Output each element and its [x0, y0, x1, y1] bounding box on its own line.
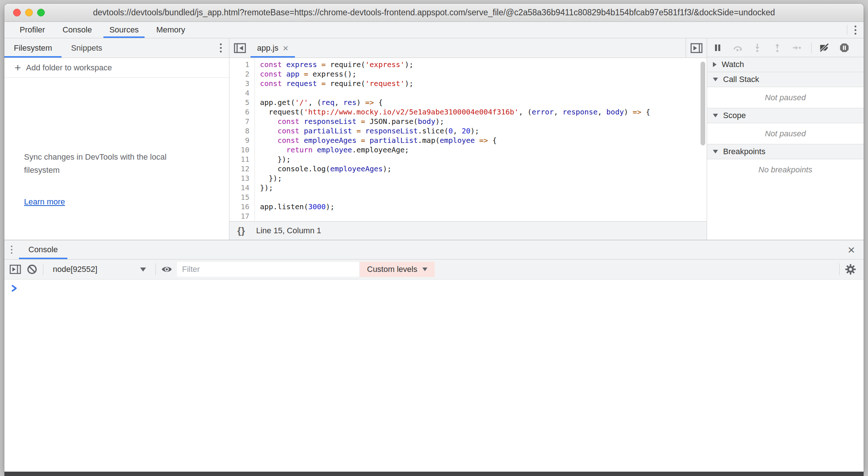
code-line [260, 88, 707, 98]
step-over-button[interactable] [732, 42, 743, 54]
divider [839, 264, 840, 275]
code-line: }); [260, 173, 707, 183]
line-number[interactable]: 17 [229, 211, 249, 221]
chevron-down-icon [140, 268, 146, 272]
live-expression-button[interactable] [161, 264, 173, 275]
line-number[interactable]: 12 [229, 164, 249, 173]
code-content[interactable]: const express = require('express');const… [255, 58, 707, 221]
console-filter-input[interactable] [177, 262, 359, 277]
navigator-tabs: FilesystemSnippets [4, 38, 229, 58]
drawer-tab-console[interactable]: Console [19, 240, 67, 259]
line-number[interactable]: 5 [229, 98, 249, 107]
console-settings-button[interactable] [845, 264, 856, 275]
line-number[interactable]: 14 [229, 183, 249, 192]
code-line: const responseList = JSON.parse(body); [260, 117, 707, 126]
hide-debugger-button[interactable] [686, 38, 707, 58]
step-button[interactable] [792, 42, 802, 54]
learn-more-link[interactable]: Learn more [24, 197, 229, 207]
editor-status-bar: {} Line 15, Column 1 [229, 221, 707, 240]
line-number[interactable]: 11 [229, 155, 249, 164]
divider [155, 264, 156, 275]
pause-on-exceptions-button[interactable] [839, 42, 850, 54]
debugger-sections: WatchCall StackNot pausedScopeNot paused… [707, 57, 864, 180]
line-number[interactable]: 9 [229, 136, 249, 145]
execution-context-selector[interactable]: node[92552] [48, 265, 150, 274]
minimize-window-button[interactable] [25, 9, 33, 16]
step-into-button[interactable] [752, 42, 763, 54]
line-number[interactable]: 15 [229, 192, 249, 202]
section-label: Breakpoints [723, 147, 765, 156]
code-line: return employee.employeeAge; [260, 145, 707, 155]
editor-tabbar: app.js × [229, 38, 707, 58]
console-prompt[interactable] [4, 280, 864, 294]
line-number[interactable]: 1 [229, 60, 249, 69]
chevron-down-icon [713, 78, 718, 81]
debugger-panel: WatchCall StackNot pausedScopeNot paused… [707, 38, 864, 240]
divider [847, 25, 847, 35]
line-number[interactable]: 16 [229, 202, 249, 211]
line-number[interactable]: 4 [229, 88, 249, 98]
section-header-scope[interactable]: Scope [707, 108, 864, 123]
chevron-right-icon [713, 62, 717, 67]
navigator-tab-items: FilesystemSnippets [4, 38, 112, 58]
code-line: console.log(employeeAges); [260, 164, 707, 173]
console-messages-area[interactable] [4, 280, 864, 472]
hide-navigator-button[interactable] [229, 38, 250, 58]
section-header-breakpoints[interactable]: Breakpoints [707, 144, 864, 159]
drawer-menu-icon[interactable] [9, 244, 14, 255]
line-number[interactable]: 7 [229, 117, 249, 126]
editor-tab-appjs[interactable]: app.js × [250, 38, 295, 58]
line-number[interactable]: 13 [229, 173, 249, 183]
sources-editor: app.js × 1234567891011121314151617 const… [229, 38, 707, 240]
navigator-more-icon[interactable] [218, 42, 223, 54]
pause-script-button[interactable] [712, 42, 723, 54]
code-line: app.listen(3000); [260, 202, 707, 211]
close-drawer-icon[interactable]: × [848, 243, 855, 256]
pause-icon [713, 43, 722, 52]
code-editor[interactable]: 1234567891011121314151617 const express … [229, 58, 707, 221]
line-number[interactable]: 6 [229, 107, 249, 117]
navigator-tab-filesystem[interactable]: Filesystem [4, 38, 62, 58]
editor-scrollbar[interactable] [701, 62, 705, 145]
show-console-sidebar-button[interactable] [9, 264, 21, 275]
code-line: const employeeAges = partialList.map(emp… [260, 136, 707, 145]
main-tab-console[interactable]: Console [54, 22, 101, 38]
console-sidebar-icon [9, 264, 21, 274]
divider [811, 42, 812, 53]
step-into-icon [753, 43, 762, 52]
main-tab-profiler[interactable]: Profiler [11, 22, 54, 38]
plus-icon: + [15, 62, 21, 73]
eye-icon [161, 265, 172, 274]
close-window-button[interactable] [13, 9, 21, 16]
code-line: const express = require('express'); [260, 60, 707, 69]
line-number[interactable]: 3 [229, 79, 249, 88]
code-line [260, 192, 707, 202]
navigator-tab-snippets[interactable]: Snippets [62, 38, 112, 58]
code-line: }); [260, 183, 707, 192]
close-tab-icon[interactable]: × [283, 43, 288, 53]
gear-icon [845, 264, 856, 275]
section-content-call-stack: Not paused [707, 87, 864, 108]
clear-console-button[interactable] [26, 264, 38, 275]
code-line: request('http://www.mocky.io/v2/5e1a9abe… [260, 107, 707, 117]
section-header-watch[interactable]: Watch [707, 57, 864, 72]
section-label: Watch [722, 60, 744, 69]
main-menu-icon[interactable] [853, 24, 858, 36]
pretty-print-button[interactable]: {} [237, 226, 245, 236]
custom-levels-label: Custom levels [367, 265, 417, 274]
deactivate-breakpoints-button[interactable] [819, 42, 830, 54]
custom-levels-dropdown[interactable]: Custom levels [360, 262, 435, 277]
line-number[interactable]: 8 [229, 126, 249, 136]
step-icon [792, 43, 802, 52]
line-number[interactable]: 2 [229, 69, 249, 79]
zoom-window-button[interactable] [37, 9, 45, 16]
navigator-panel: FilesystemSnippets + Add folder to works… [4, 38, 229, 240]
step-out-button[interactable] [772, 42, 782, 54]
main-tab-memory[interactable]: Memory [147, 22, 194, 38]
add-folder-to-workspace[interactable]: + Add folder to workspace [4, 58, 229, 78]
section-header-call-stack[interactable]: Call Stack [707, 72, 864, 87]
line-number[interactable]: 10 [229, 145, 249, 155]
main-tab-sources[interactable]: Sources [100, 22, 147, 38]
devtools-window: devtools://devtools/bundled/js_app.html?… [4, 4, 864, 472]
line-number-gutter[interactable]: 1234567891011121314151617 [229, 58, 255, 221]
